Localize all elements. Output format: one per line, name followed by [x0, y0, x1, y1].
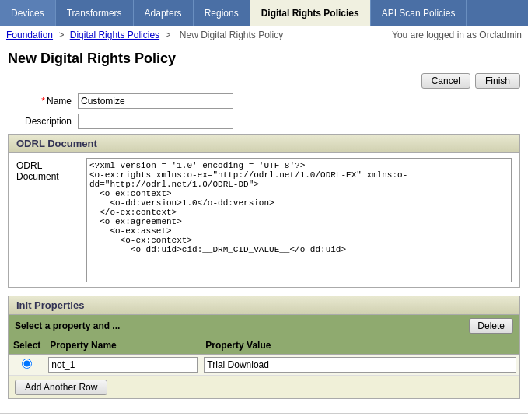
page-title: New Digital Rights Policy	[0, 44, 528, 70]
cancel-button-top[interactable]: Cancel	[421, 73, 470, 89]
description-label: Description	[8, 116, 78, 127]
breadcrumb-foundation[interactable]: Foundation	[6, 30, 53, 40]
top-action-bar: Cancel Finish	[0, 70, 528, 92]
nav-tab-devices[interactable]: Devices	[0, 0, 56, 26]
init-properties-section: Init Properties Select a property and ..…	[8, 296, 520, 399]
breadcrumb-bar: Foundation > Digital Rights Policies > N…	[0, 26, 528, 44]
odrl-section-header: ODRL Document	[8, 134, 520, 153]
nav-tab-digital-rights-policies[interactable]: Digital Rights Policies	[250, 0, 371, 26]
nav-tab-adapters[interactable]: Adapters	[134, 0, 194, 26]
description-row: Description	[8, 114, 520, 129]
breadcrumb-digital-rights[interactable]: Digital Rights Policies	[70, 30, 159, 40]
finish-button-top[interactable]: Finish	[475, 73, 520, 89]
col-select: Select	[9, 337, 45, 355]
row-radio[interactable]	[22, 359, 32, 369]
odrl-row: ODRL Document	[16, 158, 512, 282]
required-star: *	[41, 96, 45, 107]
breadcrumb-sep-1: >	[58, 30, 66, 40]
odrl-textarea[interactable]	[86, 158, 512, 282]
row-name-cell	[45, 355, 201, 376]
property-name-input[interactable]	[48, 357, 198, 373]
init-table-body	[9, 355, 519, 376]
login-info: You are logged in as Orcladmin	[392, 30, 522, 40]
init-table: Select Property Name Property Value	[9, 337, 519, 376]
breadcrumb-current: New Digital Rights Policy	[180, 30, 283, 40]
init-section-header: Init Properties	[8, 296, 520, 315]
bottom-action-bar: Cancel Finish	[0, 413, 528, 420]
name-label: *Name	[8, 96, 78, 107]
odrl-section-body: ODRL Document	[8, 153, 520, 288]
init-toolbar: Select a property and ... Delete	[9, 315, 519, 337]
nav-tab-regions[interactable]: Regions	[194, 0, 250, 26]
nav-tab-api-scan-policies[interactable]: API Scan Policies	[371, 0, 467, 26]
row-radio-cell	[9, 355, 45, 376]
breadcrumb-sep-2: >	[165, 30, 173, 40]
add-row-area: Add Another Row	[9, 376, 519, 398]
nav-tab-transformers[interactable]: Transformers	[56, 0, 134, 26]
property-value-input[interactable]	[204, 357, 516, 373]
init-section-body: Select a property and ... Delete Select …	[8, 315, 520, 399]
name-input[interactable]	[78, 93, 233, 109]
table-row	[9, 355, 519, 376]
col-property-name: Property Name	[45, 337, 201, 355]
add-another-row-button[interactable]: Add Another Row	[15, 380, 107, 395]
delete-button[interactable]: Delete	[469, 318, 513, 334]
form-area: *Name Description ODRL Document ODRL Doc…	[0, 92, 528, 405]
description-input[interactable]	[78, 114, 233, 129]
row-value-cell	[201, 355, 519, 376]
odrl-label: ODRL Document	[16, 158, 86, 182]
init-toolbar-label: Select a property and ...	[15, 320, 120, 331]
name-row: *Name	[8, 93, 520, 109]
col-property-value: Property Value	[201, 337, 519, 355]
init-table-header: Select Property Name Property Value	[9, 337, 519, 355]
breadcrumb: Foundation > Digital Rights Policies > N…	[6, 30, 286, 40]
top-navigation: Devices Transformers Adapters Regions Di…	[0, 0, 528, 26]
